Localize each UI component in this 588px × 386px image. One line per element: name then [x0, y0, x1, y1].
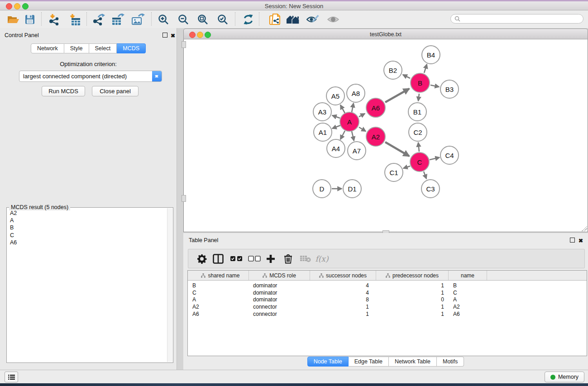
- task-history-button[interactable]: [5, 372, 18, 382]
- search-input[interactable]: [462, 15, 583, 23]
- result-item[interactable]: A: [10, 217, 167, 224]
- close-panel-icon[interactable]: ✖: [171, 33, 175, 39]
- graph-node[interactable]: B4: [421, 45, 440, 64]
- refresh-button[interactable]: [240, 12, 256, 27]
- graph-node[interactable]: C2: [408, 123, 427, 142]
- table-settings-button[interactable]: [194, 249, 210, 268]
- graph-node[interactable]: B3: [440, 80, 459, 99]
- network-canvas[interactable]: B4 B2 B B3 A5 A8 A6 A3 B1 A A1 C2 A2 A4 …: [183, 39, 588, 232]
- tab-style[interactable]: Style: [64, 43, 89, 53]
- result-item[interactable]: A2: [10, 210, 167, 217]
- table-panel: Table Panel ✖: [183, 233, 588, 370]
- column-header[interactable]: MCDS role: [249, 271, 310, 280]
- import-network-button[interactable]: [46, 12, 62, 27]
- table-row[interactable]: A dominator 8 0 A: [188, 296, 587, 303]
- table-row[interactable]: A6 connector 1 1 A6: [188, 310, 587, 318]
- open-session-button[interactable]: [5, 12, 21, 27]
- save-session-button[interactable]: [22, 12, 38, 27]
- graph-node[interactable]: D1: [343, 179, 362, 198]
- zoom-in-icon: [158, 14, 169, 25]
- graph-node[interactable]: A5: [326, 86, 345, 105]
- result-item[interactable]: B: [10, 224, 167, 231]
- column-header[interactable]: name: [449, 271, 487, 280]
- graph-node-mcds[interactable]: B: [410, 73, 430, 93]
- splitter-handle[interactable]: [182, 41, 186, 48]
- export-network-button[interactable]: [91, 12, 107, 27]
- clone-network-button[interactable]: [267, 12, 283, 27]
- window-resize-grip[interactable]: [582, 226, 587, 231]
- network-window-titlebar[interactable]: testGlobe.txt: [183, 29, 588, 39]
- column-label: name: [461, 272, 474, 279]
- table-row[interactable]: B dominator 4 1 B: [188, 282, 587, 289]
- graph-node[interactable]: C3: [421, 179, 440, 198]
- export-network-icon: [92, 14, 105, 26]
- graph-node[interactable]: C4: [440, 146, 459, 165]
- node-table[interactable]: shared name MCDS role successor nodes pr…: [187, 270, 587, 356]
- graph-node[interactable]: A3: [313, 102, 332, 121]
- tab-node-table[interactable]: Node Table: [307, 357, 349, 367]
- hierarchy-icon: [319, 273, 324, 278]
- result-item[interactable]: A6: [10, 239, 167, 246]
- table-row[interactable]: A2 connector 1 1 A2: [188, 303, 587, 310]
- result-scrollbar[interactable]: [167, 208, 172, 362]
- tab-mcds[interactable]: MCDS: [117, 43, 146, 53]
- graph-node-mcds[interactable]: C: [410, 152, 430, 172]
- float-panel-icon[interactable]: [163, 33, 167, 38]
- tab-network-table[interactable]: Network Table: [389, 357, 437, 367]
- graph-node[interactable]: A8: [346, 84, 365, 103]
- delete-column-button[interactable]: [280, 249, 296, 268]
- tab-select[interactable]: Select: [89, 43, 117, 53]
- table-row[interactable]: C dominator 4 1 C: [188, 289, 587, 296]
- export-image-button[interactable]: [130, 12, 146, 27]
- mcds-result-list[interactable]: A2 A B C A6: [8, 210, 167, 362]
- search-box[interactable]: [450, 14, 583, 24]
- zoom-selected-button[interactable]: [215, 12, 231, 27]
- delete-table-button[interactable]: [297, 249, 313, 268]
- search-icon: [454, 16, 460, 22]
- close-panel-icon[interactable]: ✖: [578, 238, 583, 244]
- function-builder-button[interactable]: f(x): [314, 249, 330, 268]
- graph-node[interactable]: B2: [383, 61, 402, 80]
- hide-selected-button[interactable]: [305, 12, 321, 27]
- column-label: successor nodes: [326, 272, 367, 279]
- column-header[interactable]: successor nodes: [310, 271, 376, 280]
- run-mcds-button[interactable]: Run MCDS: [42, 86, 85, 96]
- result-item[interactable]: C: [10, 232, 167, 239]
- show-columns-button[interactable]: [210, 249, 226, 268]
- zoom-out-button[interactable]: [175, 12, 191, 27]
- hide-eye-icon: [306, 14, 319, 24]
- float-panel-icon[interactable]: [570, 238, 575, 243]
- import-table-button[interactable]: [67, 12, 83, 27]
- memory-button[interactable]: Memory: [545, 372, 584, 382]
- column-header[interactable]: shared name: [188, 271, 249, 280]
- graph-node-mcds[interactable]: A: [339, 112, 359, 132]
- create-column-button[interactable]: [263, 249, 278, 268]
- tab-motifs[interactable]: Motifs: [437, 357, 464, 367]
- dropdown-stepper-icon: [152, 71, 162, 81]
- tab-network[interactable]: Network: [31, 43, 64, 53]
- first-neighbors-button[interactable]: [285, 12, 301, 27]
- graph-node[interactable]: A4: [326, 139, 345, 158]
- zoom-in-button[interactable]: [155, 12, 172, 27]
- graph-node-mcds[interactable]: A2: [366, 127, 386, 147]
- tab-edge-table[interactable]: Edge Table: [349, 357, 389, 367]
- export-table-button[interactable]: [110, 12, 126, 27]
- graph-node[interactable]: A1: [313, 123, 332, 142]
- splitter-handle[interactable]: [182, 195, 186, 202]
- select-all-rows-button[interactable]: [229, 249, 244, 268]
- show-all-button[interactable]: [325, 12, 341, 27]
- toolbar-separator: [151, 12, 152, 26]
- graph-node[interactable]: D: [312, 179, 331, 198]
- graph-node-mcds[interactable]: A6: [366, 98, 386, 118]
- criterion-dropdown[interactable]: largest connected component (directed): [19, 71, 162, 82]
- cell-name: A: [449, 296, 487, 303]
- graph-node[interactable]: C1: [384, 163, 403, 182]
- deselect-all-rows-button[interactable]: [247, 249, 262, 268]
- close-panel-button[interactable]: Close panel: [92, 86, 139, 96]
- cell-mcds-role: connector: [249, 304, 310, 310]
- graph-node[interactable]: A7: [347, 141, 366, 160]
- zoom-fit-button[interactable]: [195, 12, 211, 27]
- graph-node[interactable]: B1: [408, 102, 427, 121]
- column-header[interactable]: predecessor nodes: [376, 271, 449, 280]
- cell-name: C: [449, 290, 487, 296]
